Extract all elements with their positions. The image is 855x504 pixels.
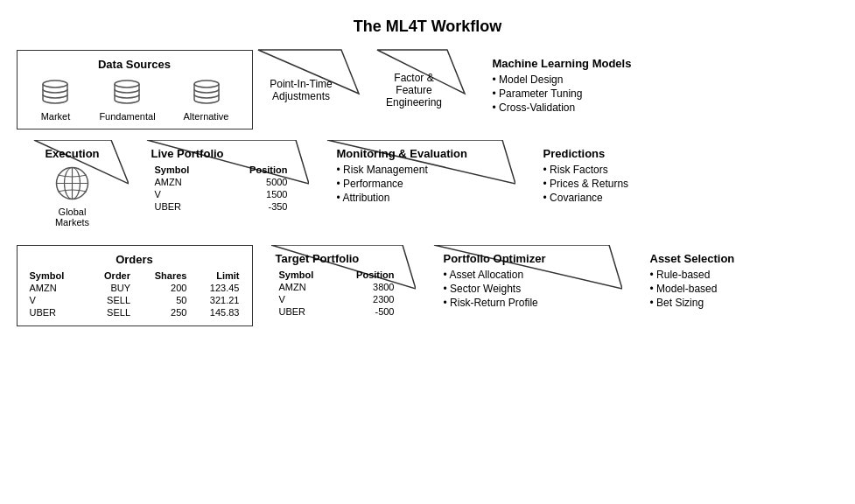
ord-r0-shares: 200	[134, 282, 190, 294]
ord-r2-order: SELL	[86, 306, 134, 318]
orders-title: Orders	[26, 253, 243, 266]
fundamental-label: Fundamental	[99, 111, 155, 122]
svg-point-1	[115, 80, 139, 88]
page-title: The ML4T Workflow	[354, 18, 502, 36]
ord-r1-symbol: V	[26, 294, 87, 306]
execution-box: Execution GlobalMarkets	[17, 140, 129, 234]
predictions-list: Risk Factors Prices & Returns Covariance	[543, 164, 830, 204]
data-sources-box: Data Sources Market	[17, 50, 253, 130]
ml-box: Machine Learning Models Model Design Par…	[470, 50, 839, 130]
asset-selection-content: Asset Selection Rule-based Model-based B…	[627, 245, 839, 326]
asset-selection-list: Rule-based Model-based Bet Sizing	[650, 269, 830, 309]
live-portfolio-content: Live Portfolio Symbol Position AMZN 5000	[134, 140, 309, 234]
market-icon-group: Market	[39, 76, 71, 122]
predictions-item-2: Covariance	[543, 192, 830, 204]
lp-r0-position: 5000	[219, 176, 291, 188]
orders-table: Symbol Order Shares Limit AMZN BUY 200 1…	[26, 270, 243, 318]
globe-icon	[53, 164, 92, 203]
pit-content: Point-In-TimeAdjustments	[258, 50, 359, 130]
optimizer-title: Portfolio Optimizer	[444, 252, 603, 265]
pit-arrow: Point-In-TimeAdjustments	[258, 50, 359, 130]
ml-list: Model Design Parameter Tuning Cross-Vali…	[493, 74, 830, 114]
alternative-label: Alternative	[184, 111, 229, 122]
orders-box: Orders Symbol Order Shares Limit AMZN BU…	[17, 245, 253, 326]
ord-r2-shares: 250	[134, 306, 190, 318]
factor-label: Factor & Feature Engineering	[382, 72, 447, 108]
monitoring-item-1: Performance	[337, 178, 496, 190]
optimizer-list: Asset Allocation Sector Weights Risk-Ret…	[444, 269, 603, 309]
execution-title: Execution	[45, 147, 99, 160]
ord-r0-limit: 123.45	[190, 282, 242, 294]
ord-r0-symbol: AMZN	[26, 282, 87, 294]
row-3: Orders Symbol Order Shares Limit AMZN BU…	[17, 245, 839, 326]
ord-r2-limit: 145.83	[190, 306, 242, 318]
factor-arrow: Factor & Feature Engineering	[364, 50, 465, 130]
ml-title: Machine Learning Models	[493, 57, 830, 70]
ord-r2-symbol: UBER	[26, 306, 87, 318]
ord-col-order: Order	[86, 270, 134, 282]
optimizer-item-2: Risk-Return Profile	[444, 297, 603, 309]
svg-point-0	[43, 80, 67, 88]
monitoring-box: Monitoring & Evaluation Risk Management …	[314, 140, 515, 234]
tp-col-symbol: Symbol	[276, 269, 334, 281]
data-sources-title: Data Sources	[26, 58, 243, 71]
tp-row-0: AMZN 3800	[276, 281, 398, 293]
fundamental-icon-group: Fundamental	[99, 76, 155, 122]
tp-r1-position: 2300	[334, 293, 398, 305]
monitoring-list: Risk Management Performance Attribution	[337, 164, 496, 204]
ord-col-limit: Limit	[190, 270, 242, 282]
alternative-db-icon	[191, 76, 222, 108]
svg-point-2	[194, 80, 219, 88]
ord-col-symbol: Symbol	[26, 270, 87, 282]
monitoring-item-2: Attribution	[337, 192, 496, 204]
live-portfolio-box: Live Portfolio Symbol Position AMZN 5000	[134, 140, 309, 234]
market-db-icon	[39, 76, 71, 108]
ord-row-0: AMZN BUY 200 123.45	[26, 282, 243, 294]
lp-r1-symbol: V	[151, 188, 219, 200]
lp-r1-position: 1500	[219, 188, 291, 200]
target-portfolio-title: Target Portfolio	[276, 252, 398, 265]
tp-r1-symbol: V	[276, 293, 334, 305]
factor-content: Factor & Feature Engineering	[364, 50, 465, 130]
optimizer-item-1: Sector Weights	[444, 283, 603, 295]
predictions-item-1: Prices & Returns	[543, 178, 830, 190]
ml-content: Machine Learning Models Model Design Par…	[470, 50, 839, 130]
lp-row-0: AMZN 5000	[151, 176, 291, 188]
lp-row-2: UBER -350	[151, 200, 291, 213]
optimizer-item-0: Asset Allocation	[444, 269, 603, 281]
lp-r2-position: -350	[219, 200, 291, 213]
tp-r2-position: -500	[334, 305, 398, 318]
pit-label: Point-In-TimeAdjustments	[270, 78, 333, 102]
tp-r0-symbol: AMZN	[276, 281, 334, 293]
row-1: Data Sources Market	[17, 50, 839, 130]
monitoring-item-0: Risk Management	[337, 164, 496, 176]
monitoring-content: Monitoring & Evaluation Risk Management …	[314, 140, 515, 234]
ord-row-1: V SELL 50 321.21	[26, 294, 243, 306]
market-label: Market	[41, 111, 71, 122]
predictions-title: Predictions	[543, 147, 830, 160]
asset-item-2: Bet Sizing	[650, 297, 830, 309]
lp-col-position: Position	[219, 164, 291, 176]
tp-row-2: UBER -500	[276, 305, 398, 318]
lp-col-symbol: Symbol	[151, 164, 219, 176]
ml-item-1: Parameter Tuning	[493, 88, 830, 100]
data-sources-icons: Market Fundamental	[26, 76, 243, 122]
asset-selection-box: Asset Selection Rule-based Model-based B…	[627, 245, 839, 326]
lp-r0-symbol: AMZN	[151, 176, 219, 188]
execution-content: Execution GlobalMarkets	[17, 140, 129, 234]
monitoring-title: Monitoring & Evaluation	[337, 147, 496, 160]
ml-item-0: Model Design	[493, 74, 830, 86]
live-portfolio-title: Live Portfolio	[151, 147, 291, 160]
target-portfolio-content: Target Portfolio Symbol Position AMZN 38…	[258, 245, 416, 326]
live-portfolio-table: Symbol Position AMZN 5000 V 1500	[151, 164, 291, 213]
ml-item-2: Cross-Validation	[493, 102, 830, 114]
ord-r1-order: SELL	[86, 294, 134, 306]
target-portfolio-table: Symbol Position AMZN 3800 V 2300	[276, 269, 398, 318]
tp-r0-position: 3800	[334, 281, 398, 293]
predictions-content: Predictions Risk Factors Prices & Return…	[521, 140, 839, 234]
globe-label: GlobalMarkets	[55, 206, 89, 228]
fundamental-db-icon	[111, 76, 143, 108]
ord-r1-limit: 321.21	[190, 294, 242, 306]
tp-r2-symbol: UBER	[276, 305, 334, 318]
lp-row-1: V 1500	[151, 188, 291, 200]
